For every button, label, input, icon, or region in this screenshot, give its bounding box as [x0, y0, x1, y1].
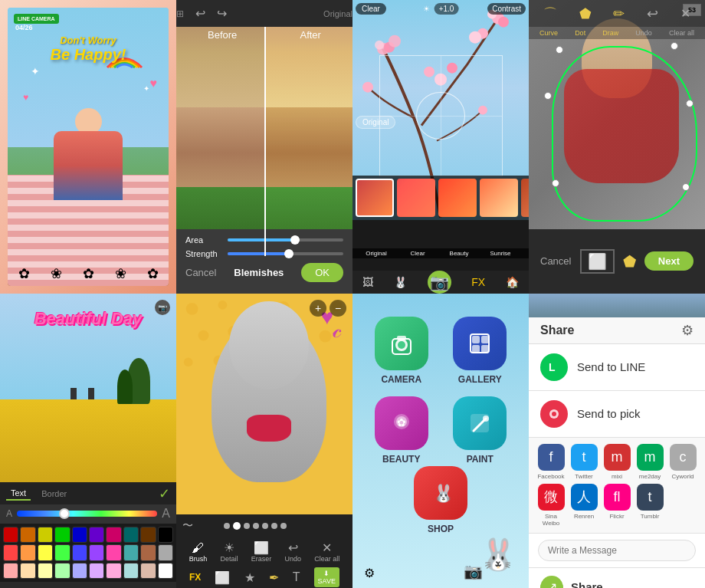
curve-icon[interactable]: ⌒	[543, 5, 557, 23]
color-light-orange[interactable]	[20, 544, 35, 561]
brush-icon-btn[interactable]: 🖌 Brush	[189, 541, 208, 563]
color-pale-brown[interactable]	[140, 563, 156, 580]
app-shop-btn[interactable]: 🐰 SHOP	[414, 466, 467, 534]
area-slider[interactable]	[228, 238, 343, 241]
fx-btn[interactable]: FX	[189, 572, 201, 583]
dot-2[interactable]	[233, 522, 241, 530]
dot-7[interactable]	[280, 523, 287, 529]
checkmark-icon[interactable]: ✓	[159, 485, 170, 502]
color-light-green[interactable]	[54, 544, 70, 561]
contrast-btn[interactable]: Contrast	[487, 3, 526, 15]
color-brown[interactable]	[140, 527, 156, 544]
color-light-purple[interactable]	[89, 544, 104, 561]
color-pale-purple[interactable]	[89, 563, 104, 580]
color-pale-pink[interactable]	[106, 563, 121, 580]
color-pale-green[interactable]	[54, 563, 70, 580]
lasso-icon[interactable]: ⬟	[623, 252, 636, 271]
message-input[interactable]	[538, 540, 696, 561]
camera-small-icon[interactable]: 📷	[155, 300, 170, 315]
selection-point-1[interactable]	[556, 46, 563, 54]
color-light-blue[interactable]	[72, 544, 87, 561]
color-blue[interactable]	[72, 527, 87, 544]
selection-point-6[interactable]	[682, 183, 690, 191]
app-paint-btn[interactable]: PAINT	[447, 396, 514, 465]
mixi-btn[interactable]: m mixi	[602, 444, 631, 480]
color-light-pink[interactable]	[106, 544, 121, 561]
square-icon[interactable]: ⬜	[580, 249, 615, 274]
color-gradient-slider[interactable]	[17, 511, 157, 517]
share-btn-row[interactable]: ↗ Share	[529, 568, 705, 588]
eraser-icon-btn[interactable]: ⬜ Eraser	[251, 540, 272, 563]
strength-slider[interactable]	[228, 252, 343, 255]
clear-all-brush-btn[interactable]: ✕ Clear all	[314, 540, 339, 563]
sticker-icon[interactable]: 🐰	[394, 276, 407, 288]
detail-icon-btn[interactable]: ☀ Detail	[220, 540, 238, 563]
ok-button[interactable]: OK	[301, 263, 343, 282]
color-gray[interactable]	[158, 544, 173, 561]
zoom-in-btn[interactable]: +	[310, 300, 326, 317]
save-btn[interactable]: ⬇ SAVE	[314, 567, 339, 587]
text-icon[interactable]: T	[293, 570, 300, 584]
selection-point-5[interactable]	[552, 179, 559, 187]
color-orange[interactable]	[20, 527, 35, 544]
filter-beauty[interactable]	[438, 179, 477, 217]
sina-weibo-btn[interactable]: 微 Sina Weibo	[536, 484, 566, 527]
color-pale-red[interactable]	[3, 563, 18, 580]
dot-icon[interactable]: ⬟	[579, 5, 592, 22]
settings-gear-icon[interactable]: ⚙	[681, 322, 694, 339]
app-camera-btn[interactable]: CAMERA	[368, 317, 435, 385]
pen-icon[interactable]: ✒	[269, 570, 279, 585]
app-gallery-btn[interactable]: GALLERY	[447, 317, 514, 385]
color-pale-yellow[interactable]	[38, 563, 53, 580]
next-button[interactable]: Next	[644, 251, 694, 271]
app-beauty-btn[interactable]: ✿ BEAUTY	[368, 396, 435, 465]
undo-icon[interactable]: ↩	[195, 6, 205, 21]
wave-icon[interactable]: 〜	[182, 519, 193, 533]
selection-point-3[interactable]	[544, 92, 552, 100]
camera-icon[interactable]: 📷	[428, 271, 451, 294]
square-frame-icon[interactable]: ⬜	[215, 570, 230, 585]
tab-text-btn[interactable]: Text	[6, 487, 31, 501]
dot-5[interactable]	[262, 523, 268, 529]
selection-point-4[interactable]	[686, 100, 694, 107]
color-white[interactable]	[158, 563, 173, 580]
send-to-pick-option[interactable]: Send to pick	[529, 391, 705, 438]
draw-icon[interactable]: ✏	[613, 5, 625, 22]
color-yellow[interactable]	[38, 527, 53, 544]
filter-sun2[interactable]	[521, 179, 529, 217]
color-pink[interactable]	[106, 527, 121, 544]
clear-all-icon[interactable]: ✕	[680, 6, 690, 21]
tumblr-btn[interactable]: t Tumblr	[635, 484, 664, 527]
color-light-yellow[interactable]	[38, 544, 53, 561]
zoom-out-btn[interactable]: −	[330, 300, 346, 317]
selection-point-2[interactable]	[671, 42, 678, 50]
clear-btn[interactable]: Clear	[356, 3, 386, 15]
color-pale-orange[interactable]	[20, 563, 35, 580]
renren-btn[interactable]: 人 Renren	[569, 484, 598, 527]
color-pale-blue[interactable]	[72, 563, 87, 580]
undo-brush-btn[interactable]: ↩ Undo	[285, 540, 302, 563]
dot-1[interactable]	[224, 523, 230, 529]
cancel-cutout-btn[interactable]: Cancel	[540, 255, 571, 267]
facebook-btn[interactable]: f Facebook	[536, 444, 566, 480]
cancel-button[interactable]: Cancel	[185, 267, 216, 278]
twitter-btn[interactable]: t Twitter	[569, 444, 598, 480]
filter-original[interactable]	[356, 179, 394, 217]
color-pale-teal[interactable]	[123, 563, 139, 580]
color-purple[interactable]	[89, 527, 104, 544]
undo-cutout-icon[interactable]: ↩	[647, 5, 658, 22]
color-black[interactable]	[158, 527, 173, 544]
tab-border-btn[interactable]: Border	[37, 488, 71, 500]
color-light-red[interactable]	[3, 544, 18, 561]
color-light-teal[interactable]	[123, 544, 139, 561]
filter-sunrise[interactable]	[480, 179, 518, 217]
home-icon[interactable]: 🏠	[506, 276, 519, 288]
color-handle[interactable]	[59, 508, 70, 519]
redo-icon[interactable]: ↪	[217, 6, 227, 21]
dot-4[interactable]	[253, 523, 259, 529]
image-icon[interactable]: 🖼	[362, 276, 373, 288]
flickr-btn[interactable]: fl Flickr	[602, 484, 631, 527]
color-red[interactable]	[3, 527, 18, 544]
settings-icon[interactable]: ⚙	[364, 566, 375, 580]
star-icon[interactable]: ★	[244, 570, 255, 585]
